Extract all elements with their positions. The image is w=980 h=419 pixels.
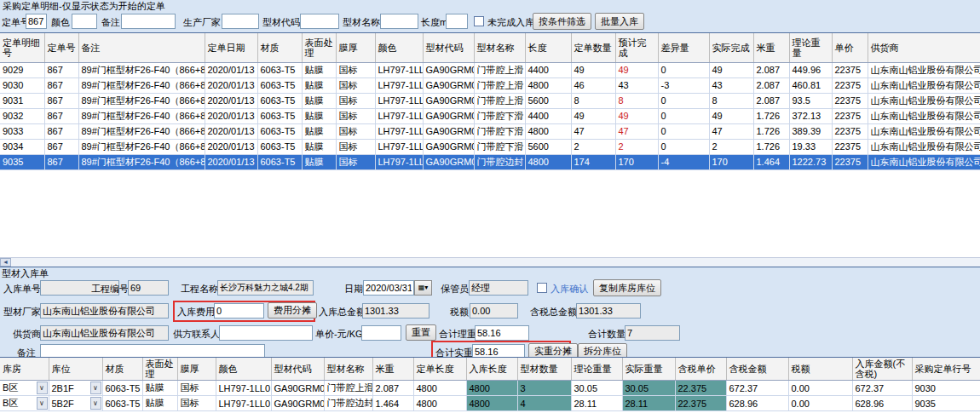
grid-cell[interactable]: 30.05 xyxy=(622,381,675,396)
table-row[interactable]: 903586789#门框型材F26-F40（866+867）2020/01/13… xyxy=(0,154,980,169)
column-header[interactable]: 膜厚 xyxy=(177,358,216,381)
grid-cell[interactable]: 国标 xyxy=(336,108,375,123)
column-header[interactable]: 含税单价 xyxy=(675,358,726,381)
grid-cell[interactable]: 46 xyxy=(571,77,615,93)
grid-cell[interactable]: 372.13 xyxy=(789,108,832,123)
grid-cell[interactable]: B区∨ xyxy=(0,396,49,411)
date-input[interactable] xyxy=(363,280,414,296)
inbound-total-input[interactable] xyxy=(362,303,429,319)
grid-cell[interactable]: LH797-1LL0 xyxy=(375,77,423,93)
column-header[interactable]: 型材名称 xyxy=(474,33,525,62)
grid-cell[interactable]: 门带腔上滑 xyxy=(474,77,525,93)
grid-cell[interactable]: 2 xyxy=(615,139,658,154)
grid-cell[interactable]: 1.726 xyxy=(753,139,789,154)
grid-cell[interactable]: 贴膜 xyxy=(142,396,177,411)
grid-cell[interactable]: 贴膜 xyxy=(302,62,336,77)
grid-cell[interactable]: 6063-T5 xyxy=(257,62,302,77)
column-header[interactable]: 入库长度 xyxy=(466,358,517,381)
grid-cell[interactable]: 6063-T5 xyxy=(257,93,302,108)
grid-cell[interactable]: 贴膜 xyxy=(302,108,336,123)
grid-cell[interactable]: 43 xyxy=(709,77,753,93)
project-no-input[interactable] xyxy=(128,280,169,296)
grid-cell[interactable]: 867 xyxy=(44,77,78,93)
grid-cell[interactable]: 22375 xyxy=(832,139,868,154)
column-header[interactable]: 采购定单行号 xyxy=(912,358,980,381)
grid-cell[interactable]: 6063-T5 xyxy=(257,108,302,123)
table-row[interactable]: 903286789#门框型材F26-F40（866+867）2020/01/13… xyxy=(0,108,980,123)
grid-cell[interactable]: 867 xyxy=(44,123,78,139)
grid-cell[interactable]: 8 xyxy=(571,93,615,108)
grid-cell[interactable]: 6063-T5 xyxy=(257,123,302,139)
grid-cell[interactable]: 170 xyxy=(709,154,753,169)
column-header[interactable]: 定单明细号 xyxy=(0,33,44,62)
grid-cell[interactable]: 4800 xyxy=(466,396,517,411)
copy-location-button[interactable]: 复制库房库位 xyxy=(593,279,661,296)
grid-cell[interactable]: 6063-T5 xyxy=(102,396,142,411)
grid-cell[interactable]: 1.726 xyxy=(753,108,789,123)
grid-cell[interactable]: 9035 xyxy=(912,396,980,411)
length-input[interactable] xyxy=(446,14,468,29)
inbound-fee-input[interactable] xyxy=(214,303,264,319)
calendar-dropdown-icon[interactable]: ▦▾ xyxy=(414,280,432,296)
grid-cell[interactable]: 8 xyxy=(709,93,753,108)
grid-cell[interactable]: 2.087 xyxy=(753,62,789,77)
grid-cell[interactable]: LH797-1LL0 xyxy=(216,381,271,396)
column-header[interactable]: 实际完成 xyxy=(709,33,753,62)
grid-cell[interactable]: 49 xyxy=(571,108,615,123)
profile-name-input[interactable] xyxy=(380,14,418,29)
grid-cell[interactable]: 国标 xyxy=(336,93,375,108)
profile-factory-input[interactable] xyxy=(40,303,169,319)
grid-cell[interactable]: 山东南山铝业股份有限公司 xyxy=(868,154,980,169)
grid-cell[interactable]: 2 xyxy=(709,139,753,154)
supplier-contact-input[interactable] xyxy=(219,325,313,341)
grid-cell[interactable]: 5B2F∨ xyxy=(49,396,102,411)
grid-cell[interactable]: GA90GRM05 xyxy=(423,154,474,169)
grid-cell[interactable]: 449.96 xyxy=(789,62,832,77)
column-header[interactable]: 膜厚 xyxy=(336,33,375,62)
table-row[interactable]: B区∨5B2F∨6063-T5贴膜国标LH797-1LL0GA90GRM05门带… xyxy=(0,396,980,411)
grid-cell[interactable]: GA90GRM04 xyxy=(423,123,474,139)
grid-cell[interactable]: 国标 xyxy=(336,154,375,169)
grid-cell[interactable]: 0 xyxy=(658,62,709,77)
grid-cell[interactable]: 门带腔边封 xyxy=(324,396,372,411)
column-header[interactable]: 定单日期 xyxy=(205,33,257,62)
grid-cell[interactable]: 2.087 xyxy=(372,381,413,396)
grid-cell[interactable]: 4800 xyxy=(466,381,517,396)
grid-cell[interactable]: 0 xyxy=(658,108,709,123)
column-header[interactable]: 颜色 xyxy=(375,33,423,62)
column-header[interactable]: 材质 xyxy=(257,33,302,62)
grid-cell[interactable]: 22375 xyxy=(832,154,868,169)
scroll-left-icon[interactable]: ◄ xyxy=(0,258,11,267)
grid-cell[interactable]: 3 xyxy=(517,381,571,396)
column-header[interactable]: 供货商 xyxy=(868,33,980,62)
horizontal-scrollbar[interactable]: ◄ xyxy=(0,257,980,267)
column-header[interactable]: 含税金额 xyxy=(726,358,788,381)
grid-cell[interactable]: GA90GRM03 xyxy=(271,381,324,396)
grid-cell[interactable]: 山东南山铝业股份有限公司 xyxy=(868,123,980,139)
grid-cell[interactable]: 山东南山铝业股份有限公司 xyxy=(868,108,980,123)
grid-cell[interactable]: LH797-1LL0 xyxy=(375,123,423,139)
grid-cell[interactable]: 贴膜 xyxy=(142,381,177,396)
grid-cell[interactable]: 43 xyxy=(615,77,658,93)
grid-cell[interactable]: 49 xyxy=(709,108,753,123)
column-header[interactable]: 定单数量 xyxy=(571,33,615,62)
profile-code-input[interactable] xyxy=(300,14,339,29)
column-header[interactable]: 米重 xyxy=(753,33,789,62)
grid-cell[interactable]: 门带腔上滑 xyxy=(474,62,525,77)
grid-cell[interactable]: 9034 xyxy=(0,139,44,154)
column-header[interactable]: 长度 xyxy=(525,33,571,62)
project-name-input[interactable] xyxy=(217,280,314,296)
grid-cell[interactable]: 2020/01/13 xyxy=(205,123,257,139)
grid-cell[interactable]: 28.11 xyxy=(622,396,675,411)
grid-cell[interactable]: -4 xyxy=(658,154,709,169)
grid-cell[interactable]: 28.11 xyxy=(571,396,622,411)
grid-cell[interactable]: 国标 xyxy=(177,396,216,411)
grid-cell[interactable]: 628.96 xyxy=(852,396,912,411)
grid-cell[interactable]: 47 xyxy=(709,123,753,139)
grid-cell[interactable]: 22.375 xyxy=(675,396,726,411)
grid-cell[interactable]: LH797-1LL0 xyxy=(375,154,423,169)
unit-price-input[interactable] xyxy=(361,325,401,341)
manufacturer-input[interactable] xyxy=(222,14,259,29)
grid-cell[interactable]: 国标 xyxy=(177,381,216,396)
grid-cell[interactable]: 49 xyxy=(615,62,658,77)
